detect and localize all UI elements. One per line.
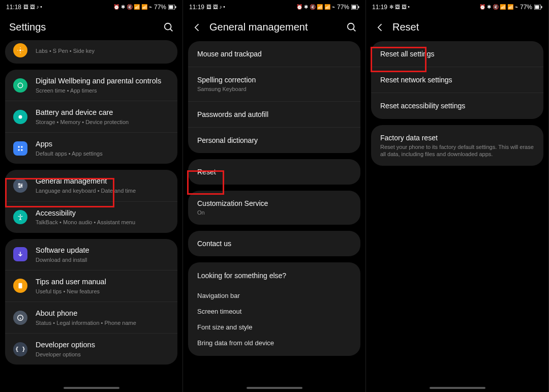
status-bar: 11:19 ✻ 🖼 🖼 • ⏰ ✱ 🔇 📶 📶 ⌁ 77%	[366, 0, 548, 13]
row-factory-reset[interactable]: Factory data reset Reset your phone to i…	[371, 125, 543, 166]
row-reset-all[interactable]: Reset all settings	[371, 41, 543, 67]
svg-point-10	[18, 149, 20, 151]
search-icon[interactable]	[163, 22, 174, 33]
row-sub: Reset your phone to its factory default …	[380, 143, 534, 158]
card-advanced: Labs • S Pen • Side key	[5, 40, 177, 64]
row-customization[interactable]: Customization Service On	[188, 191, 360, 224]
status-time: 11:19	[372, 4, 387, 10]
row-title: Battery and device care	[36, 108, 169, 117]
svg-point-17	[19, 187, 20, 188]
looking-item-bring[interactable]: Bring data from old device	[197, 335, 351, 351]
status-battery: 77%	[337, 4, 349, 10]
back-icon[interactable]	[192, 22, 202, 33]
svg-point-16	[21, 185, 22, 186]
nav-indicator[interactable]	[64, 387, 119, 389]
row-about-phone[interactable]: About phone Status • Legal information •…	[5, 301, 177, 333]
row-title: Reset all settings	[380, 49, 534, 58]
status-left-icons: 🖼 🖼 ♪ •	[206, 5, 225, 10]
svg-point-26	[348, 23, 354, 29]
row-apps[interactable]: Apps Default apps • App settings	[5, 132, 177, 164]
row-sub: Language and keyboard • Date and time	[36, 187, 169, 194]
row-title: Tips and user manual	[36, 277, 169, 287]
row-title: Accessibility	[36, 208, 169, 218]
row-sub: Labs • S Pen • Side key	[36, 47, 169, 54]
row-reset[interactable]: Reset	[188, 159, 360, 185]
row-tips[interactable]: Tips and user manual Useful tips • New f…	[5, 270, 177, 301]
row-sub: Download and install	[36, 256, 169, 263]
search-icon[interactable]	[346, 22, 357, 33]
looking-item-nav[interactable]: Navigation bar	[197, 288, 351, 304]
row-title: Reset accessibility settings	[380, 101, 534, 110]
screen-general-management: 11:19 🖼 🖼 ♪ • ⏰ ✱ 🔇 📶 📶 ⌁ 77% General ma…	[183, 0, 366, 392]
row-title: Developer options	[36, 340, 169, 350]
row-sub: Useful tips • New features	[36, 288, 169, 295]
nav-indicator[interactable]	[247, 387, 302, 389]
header: General management	[183, 13, 365, 41]
row-dictionary[interactable]: Personal dictionary	[188, 127, 360, 153]
row-reset-accessibility[interactable]: Reset accessibility settings	[371, 93, 543, 118]
screen-settings: 11:18 🖼 🖼 ♪ • ⏰ ✱ 🔇 📶 📶 ⌁ 77% Settings L…	[0, 0, 183, 392]
row-digital-wellbeing[interactable]: Digital Wellbeing and parental controls …	[5, 70, 177, 101]
row-advanced-features[interactable]: Labs • S Pen • Side key	[5, 40, 177, 64]
status-time: 11:19	[189, 4, 204, 10]
row-accessibility[interactable]: Accessibility TalkBack • Mono audio • As…	[5, 201, 177, 233]
row-contact[interactable]: Contact us	[188, 231, 360, 256]
management-icon	[13, 178, 27, 193]
row-title: Customization Service	[197, 199, 351, 208]
row-spelling[interactable]: Spelling correction Samsung Keyboard	[188, 67, 360, 101]
row-sub: TalkBack • Mono audio • Assistant menu	[36, 219, 169, 226]
screen-reset: 11:19 ✻ 🖼 🖼 • ⏰ ✱ 🔇 📶 📶 ⌁ 77% Reset Rese…	[366, 0, 549, 392]
dev-icon: { }	[13, 342, 27, 356]
card-system: Software update Download and install Tip…	[5, 239, 177, 365]
svg-point-6	[18, 83, 22, 87]
svg-rect-2	[175, 6, 176, 8]
row-title: Contact us	[197, 239, 351, 248]
update-icon	[13, 247, 27, 261]
row-title: Software update	[36, 246, 169, 255]
row-general-management[interactable]: General management Language and keyboard…	[5, 170, 177, 201]
svg-rect-1	[169, 6, 173, 9]
row-battery-care[interactable]: Battery and device care Storage • Memory…	[5, 101, 177, 132]
row-sub: Developer options	[36, 351, 169, 358]
header: Settings	[0, 13, 182, 41]
svg-line-4	[170, 28, 173, 31]
row-title: Passwords and autofill	[197, 110, 351, 119]
row-mouse-trackpad[interactable]: Mouse and trackpad	[188, 41, 360, 67]
status-right-icons: ⏰ ✱ 🔇 📶 📶 ⌁	[479, 5, 518, 10]
advanced-icon	[13, 43, 27, 57]
status-right-icons: ⏰ ✱ 🔇 📶 📶 ⌁	[296, 5, 335, 10]
svg-rect-25	[358, 6, 359, 8]
apps-icon	[13, 141, 27, 156]
row-sub: Status • Legal information • Phone name	[36, 319, 169, 326]
row-title: Reset network settings	[380, 75, 534, 84]
row-passwords[interactable]: Passwords and autofill	[188, 101, 360, 127]
looking-item-timeout[interactable]: Screen timeout	[197, 304, 351, 319]
row-sub: Default apps • App settings	[36, 150, 169, 157]
page-title: General management	[209, 21, 339, 33]
row-title: Reset	[197, 167, 351, 176]
row-title: Spelling correction	[197, 75, 351, 84]
wellbeing-icon	[13, 78, 27, 93]
tips-icon	[13, 279, 27, 293]
status-bar: 11:18 🖼 🖼 ♪ • ⏰ ✱ 🔇 📶 📶 ⌁ 77%	[0, 0, 182, 13]
row-software-update[interactable]: Software update Download and install	[5, 239, 177, 270]
card-factory: Factory data reset Reset your phone to i…	[371, 125, 543, 166]
page-title: Settings	[9, 21, 156, 33]
svg-point-11	[21, 149, 23, 151]
svg-point-18	[20, 215, 21, 216]
looking-item-font[interactable]: Font size and style	[197, 319, 351, 335]
card-customization: Customization Service On	[188, 191, 360, 224]
row-sub: On	[197, 209, 351, 216]
nav-indicator[interactable]	[430, 387, 485, 389]
svg-rect-29	[535, 6, 539, 9]
back-icon[interactable]	[375, 22, 385, 33]
status-battery: 77%	[520, 4, 532, 10]
row-sub: Storage • Memory • Device protection	[36, 118, 169, 126]
about-icon	[13, 311, 27, 325]
status-bar: 11:19 🖼 🖼 ♪ • ⏰ ✱ 🔇 📶 📶 ⌁ 77%	[183, 0, 365, 13]
row-developer-options[interactable]: { } Developer options Developer options	[5, 333, 177, 365]
row-title: Factory data reset	[380, 133, 534, 142]
svg-line-27	[353, 28, 356, 31]
row-reset-network[interactable]: Reset network settings	[371, 67, 543, 93]
row-title: Personal dictionary	[197, 136, 351, 145]
